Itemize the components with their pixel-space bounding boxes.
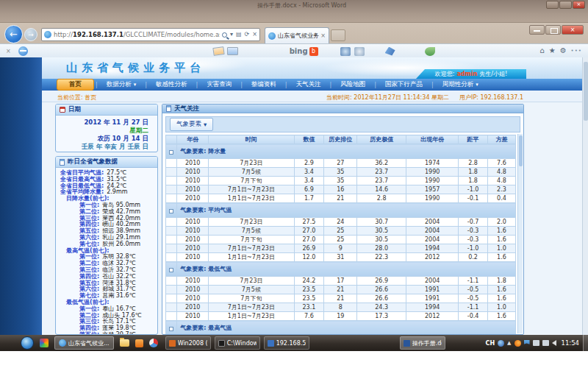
element-filter-button[interactable]: 气象要素 ▾: [170, 118, 213, 131]
browser-app-icon[interactable]: [149, 339, 158, 347]
taskbar-button-2[interactable]: C:\Windows\s...: [215, 336, 260, 350]
nav-item-5[interactable]: 整编资料: [244, 79, 284, 90]
nav-item-1[interactable]: 首页: [57, 79, 94, 91]
tray-app-icon[interactable]: [542, 340, 549, 346]
bing-toolbar[interactable]: bing b: [290, 47, 318, 56]
taskbar-button-4[interactable]: 操作手册.docx ...: [400, 336, 445, 350]
grid-scrollbar-thumb[interactable]: [519, 135, 523, 166]
column-header[interactable]: 年份: [177, 135, 209, 144]
addon-card-icon[interactable]: [212, 46, 224, 56]
addon-icon-4[interactable]: [425, 47, 435, 56]
breadcrumb[interactable]: 当前位置: 首页: [57, 93, 96, 102]
page-scrollbar[interactable]: [582, 57, 588, 335]
language-indicator[interactable]: CH: [486, 340, 495, 347]
table-row[interactable]: 20107月下旬27.02530.52004-0.31.6: [166, 236, 516, 244]
forward-icon[interactable]: →: [24, 28, 37, 41]
table-group-row[interactable]: 气象要素: 最低气温: [166, 262, 516, 277]
taskbar-button-3[interactable]: 192.168.59.99...: [264, 336, 309, 350]
checkbox-icon[interactable]: [169, 268, 173, 272]
table-row[interactable]: 20107月下旬3.43523.719901.84.8: [166, 177, 516, 185]
show-hidden-icons[interactable]: ▲: [507, 340, 511, 346]
gear-icon[interactable]: ⚙: [560, 46, 567, 55]
table-row[interactable]: 20101月1日~7月23日1.7212.81990-0.10.4: [166, 194, 516, 203]
browser-tab[interactable]: 山东省气候业务平... ×: [265, 27, 329, 43]
group-checkbox-cell[interactable]: [166, 262, 177, 277]
table-row[interactable]: 20107月1日~7月23日26.9928.01994-1.01.0: [166, 244, 516, 253]
compatibility-icon[interactable]: ▤: [236, 32, 242, 38]
group-checkbox-cell[interactable]: [166, 321, 177, 336]
nav-item-7[interactable]: 风险地图: [333, 79, 373, 90]
nav-item-8[interactable]: 国家下行产品: [378, 79, 430, 90]
nav-item-6[interactable]: 天气关注: [289, 79, 329, 90]
nav-item-9[interactable]: 周期性分析▾: [435, 79, 486, 90]
table-row[interactable]: 20101月1日~7月23日7.61917.32012-0.41.6: [166, 312, 516, 321]
column-header[interactable]: 出现年份: [406, 135, 458, 144]
group-checkbox-cell[interactable]: [166, 144, 177, 159]
minimize-icon[interactable]: [529, 25, 545, 35]
close-icon[interactable]: ×: [562, 25, 584, 35]
column-header[interactable]: 时间: [209, 135, 295, 144]
table-row[interactable]: 20107月5候23.52126.61991-0.51.6: [166, 286, 516, 294]
app-icon-orange[interactable]: [135, 339, 143, 347]
page-scrollbar-thumb[interactable]: [584, 62, 588, 121]
app-pinned-icon[interactable]: [40, 339, 49, 347]
start-button[interactable]: [21, 336, 34, 350]
checkbox-icon[interactable]: [169, 150, 173, 155]
table-row[interactable]: 20107月23日2.92736.219742.87.6: [166, 159, 516, 168]
search-icon[interactable]: [222, 32, 227, 38]
column-header[interactable]: 距平: [459, 135, 488, 144]
column-header[interactable]: 方差: [487, 135, 515, 144]
table-group-row[interactable]: 气象要素: 最高气温: [166, 321, 516, 336]
taskbar-ie-button[interactable]: 山东省气候业...: [54, 336, 114, 350]
table-row[interactable]: 20107月下旬23.52126.61991-0.51.6: [166, 294, 516, 303]
star-icon[interactable]: ★: [549, 46, 556, 55]
table-group-row[interactable]: 气象要素: 降水量: [166, 144, 516, 159]
volume-icon[interactable]: [552, 340, 556, 346]
maximize-icon[interactable]: [545, 25, 561, 35]
nav-item-3[interactable]: 敏感性分析: [148, 79, 195, 90]
chevron-down-icon[interactable]: ▾: [230, 32, 233, 38]
back-icon[interactable]: ←: [4, 25, 23, 43]
taskbar-button-1[interactable]: Win2008 (VS2...: [165, 336, 211, 350]
address-bar[interactable]: http://192.168.137.1/GLCCLIMATE/modules/…: [41, 28, 260, 41]
table-row[interactable]: 20107月23日27.52430.72004-0.72.0: [166, 218, 516, 227]
new-tab-button[interactable]: [331, 29, 345, 41]
more-options-icon[interactable]: •••: [571, 48, 582, 54]
minimize-icon[interactable]: [546, 1, 559, 9]
column-header[interactable]: 数值: [294, 135, 323, 144]
mail-icon[interactable]: [227, 47, 238, 55]
addon-icon-1[interactable]: [340, 47, 351, 56]
show-desktop-button[interactable]: [583, 335, 588, 351]
table-group-row[interactable]: 气象要素: 平均气温: [166, 203, 516, 218]
home-icon[interactable]: ⌂: [539, 46, 544, 55]
table-row[interactable]: 20101月1日~7月23日12.03122.320120.21.6: [166, 253, 516, 262]
bing-icon[interactable]: b: [309, 47, 318, 56]
checkbox-icon[interactable]: [169, 327, 173, 331]
nav-item-4[interactable]: 灾害查询: [199, 79, 239, 90]
action-center-flag-icon[interactable]: [524, 340, 530, 347]
group-checkbox-cell[interactable]: [166, 203, 177, 218]
column-header[interactable]: 历史极值: [357, 135, 406, 144]
tray-app-icon[interactable]: [533, 340, 539, 346]
maximize-icon[interactable]: [559, 1, 572, 9]
table-row[interactable]: 20107月1日~7月23日23.1824.31994-1.11.0: [166, 303, 516, 312]
checkbox-icon[interactable]: [169, 209, 173, 213]
addon-icon-3[interactable]: [385, 47, 395, 56]
stop-icon[interactable]: ×: [252, 32, 257, 38]
firefox-tray-icon[interactable]: [514, 340, 521, 347]
column-header[interactable]: 历史排位: [324, 135, 357, 144]
close-toolbar-icon[interactable]: ×: [6, 48, 11, 54]
tab-close-icon[interactable]: ×: [320, 32, 326, 39]
compatibility-view-icon[interactable]: [18, 46, 28, 56]
url-text[interactable]: http://192.168.137.1/GLCCLIMATE/modules/…: [54, 31, 220, 38]
folder-icon[interactable]: [120, 339, 129, 347]
grid-scrollbar[interactable]: [517, 134, 523, 333]
network-globe-icon[interactable]: [498, 340, 504, 347]
table-lead-header[interactable]: [166, 135, 177, 144]
refresh-icon[interactable]: ⟳: [245, 32, 250, 38]
close-icon[interactable]: ×: [573, 1, 585, 9]
bing-logo[interactable]: bing: [290, 47, 308, 55]
addon-icon-2[interactable]: [354, 47, 365, 56]
table-row[interactable]: 20107月5候27.02530.52004-0.31.6: [166, 227, 516, 236]
table-row[interactable]: 20107月5候3.43523.719901.84.8: [166, 168, 516, 177]
